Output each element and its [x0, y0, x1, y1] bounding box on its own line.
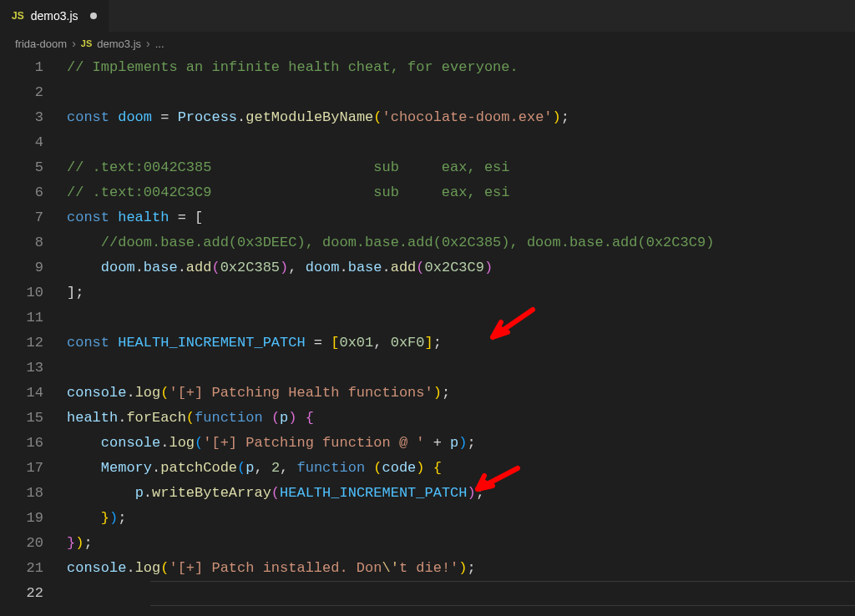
file-tab[interactable]: JS demo3.js: [0, 0, 109, 32]
code-line: // Implements an infinite health cheat, …: [67, 55, 855, 80]
unsaved-dot-icon: [90, 13, 97, 19]
code-line: const health = [: [67, 205, 855, 230]
breadcrumb[interactable]: frida-doom › JS demo3.js › ...: [0, 32, 855, 55]
code-line: console.log('[+] Patch installed. Don\'t…: [67, 556, 855, 581]
code-line: [67, 305, 855, 331]
line-number: 8: [0, 230, 43, 255]
line-number: 17: [0, 456, 43, 481]
line-number: 19: [0, 506, 43, 531]
code-line: //doom.base.add(0x3DEEC), doom.base.add(…: [67, 230, 855, 255]
code-line: const HEALTH_INCREMENT_PATCH = [0x01, 0x…: [67, 331, 855, 356]
line-number: 12: [0, 331, 43, 356]
line-number: 11: [0, 305, 43, 331]
line-number: 1: [0, 55, 43, 80]
chevron-right-icon: ›: [72, 37, 76, 50]
line-number: 3: [0, 105, 43, 130]
line-number: 4: [0, 130, 43, 155]
line-number: 20: [0, 531, 43, 556]
code-line: // .text:0042C385 sub eax, esi: [67, 155, 855, 180]
code-line: [67, 130, 855, 155]
line-gutter: 1 2 3 4 5 6 7 8 9 10 11 12 13 14 15 16 1…: [0, 55, 67, 606]
breadcrumb-folder[interactable]: frida-doom: [15, 38, 67, 50]
code-line: console.log('[+] Patching Health functio…: [67, 381, 855, 406]
line-number: 13: [0, 356, 43, 381]
breadcrumb-symbol[interactable]: ...: [155, 38, 164, 50]
code-line: [67, 581, 855, 606]
js-file-icon: JS: [12, 10, 24, 22]
code-line: p.writeByteArray(HEALTH_INCREMENT_PATCH)…: [67, 481, 855, 506]
tab-bar: JS demo3.js: [0, 0, 855, 32]
breadcrumb-file[interactable]: demo3.js: [97, 38, 141, 50]
code-line: health.forEach(function (p) {: [67, 406, 855, 431]
code-line: Memory.patchCode(p, 2, function (code) {: [67, 456, 855, 481]
line-number: 9: [0, 255, 43, 280]
line-number: 10: [0, 280, 43, 305]
code-line: [67, 80, 855, 105]
code-line: // .text:0042C3C9 sub eax, esi: [67, 180, 855, 205]
chevron-right-icon: ›: [146, 37, 150, 50]
line-number: 21: [0, 556, 43, 581]
code-line: const doom = Process.getModuleByName('ch…: [67, 105, 855, 130]
line-number: 5: [0, 155, 43, 180]
tab-filename: demo3.js: [31, 9, 78, 23]
code-area[interactable]: // Implements an infinite health cheat, …: [67, 55, 855, 606]
line-number: 18: [0, 481, 43, 506]
code-line: doom.base.add(0x2C385), doom.base.add(0x…: [67, 255, 855, 280]
code-line: });: [67, 531, 855, 556]
line-number: 14: [0, 381, 43, 406]
line-number: 2: [0, 80, 43, 105]
line-number: 7: [0, 205, 43, 230]
line-number: 16: [0, 431, 43, 456]
js-file-icon: JS: [81, 38, 92, 48]
code-line: ];: [67, 280, 855, 305]
code-line: console.log('[+] Patching function @ ' +…: [67, 431, 855, 456]
code-editor[interactable]: 1 2 3 4 5 6 7 8 9 10 11 12 13 14 15 16 1…: [0, 55, 855, 606]
line-number: 15: [0, 406, 43, 431]
code-line: });: [67, 506, 855, 531]
line-number: 22: [0, 581, 43, 606]
line-number: 6: [0, 180, 43, 205]
code-line: [67, 356, 855, 381]
